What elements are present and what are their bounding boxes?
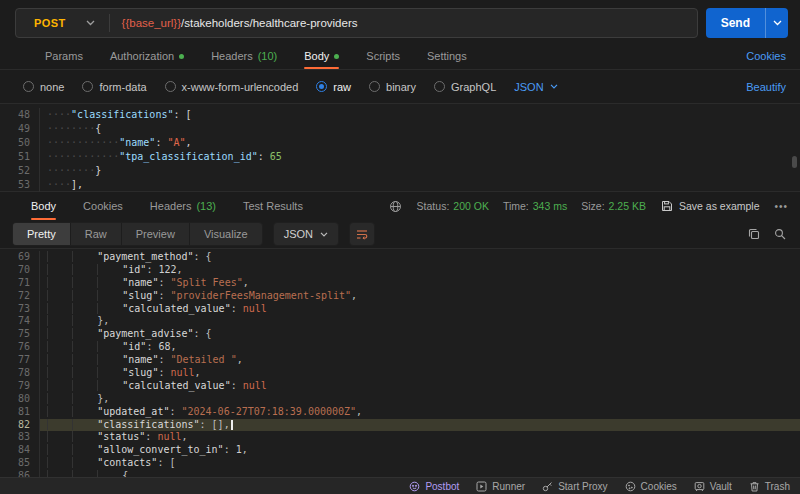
tab-label: Headers xyxy=(150,200,192,212)
token-p: : xyxy=(194,328,206,339)
response-language-selector[interactable]: JSON xyxy=(273,222,339,246)
tab-body[interactable]: Body xyxy=(31,192,56,220)
indent-guide xyxy=(72,367,97,378)
token-k: "payment_advise" xyxy=(97,328,193,339)
code-line-52[interactable]: 52········} xyxy=(0,164,800,178)
view-preview[interactable]: Preview xyxy=(122,223,190,245)
code-content: ····"classifications": [ xyxy=(40,108,800,122)
copy-icon[interactable] xyxy=(748,228,760,240)
indent-guide xyxy=(47,393,72,404)
footer-postbot[interactable]: Postbot xyxy=(409,481,459,492)
send-options-button[interactable] xyxy=(765,8,788,38)
scrollbar-thumb[interactable] xyxy=(792,156,797,168)
wrap-text-button[interactable] xyxy=(349,222,375,246)
indent-guide xyxy=(72,251,97,262)
tab-headers[interactable]: Headers(13) xyxy=(150,192,216,220)
network-globe-icon[interactable] xyxy=(389,200,402,213)
line-number: 78 xyxy=(0,367,40,380)
token-k: "contacts" xyxy=(97,457,157,468)
method-selector[interactable]: POST xyxy=(16,17,109,29)
radio-form-data[interactable]: form-data xyxy=(82,81,146,93)
code-content: "id": 122, xyxy=(40,264,800,277)
footer-trash[interactable]: Trash xyxy=(749,481,790,492)
cookies-link[interactable]: Cookies xyxy=(746,50,786,62)
indent-guide xyxy=(47,354,72,365)
code-content: "payment_advise": { xyxy=(40,328,800,341)
code-line-77[interactable]: 77 "name": "Detailed ", xyxy=(0,354,800,367)
code-line-73[interactable]: 73 "calculated_value": null xyxy=(0,303,800,316)
code-line-72[interactable]: 72 "slug": "providerFeesManagement-split… xyxy=(0,290,800,303)
footer-cookies[interactable]: Cookies xyxy=(625,481,677,492)
indent-guide xyxy=(97,367,122,378)
tab-label: Headers xyxy=(211,50,253,62)
indent-guide xyxy=(47,457,72,468)
token-p: ], xyxy=(71,179,83,190)
view-visualize[interactable]: Visualize xyxy=(190,223,262,245)
beautify-link[interactable]: Beautify xyxy=(746,81,786,93)
view-pretty[interactable]: Pretty xyxy=(13,223,71,245)
search-icon[interactable] xyxy=(774,228,786,240)
line-number: 82 xyxy=(0,419,40,432)
footer-runner[interactable]: Runner xyxy=(476,481,525,492)
code-line-84[interactable]: 84 "allow_convert_to_in": 1, xyxy=(0,444,800,457)
code-line-81[interactable]: 81 "updated_at": "2024-06-27T07:18:39.00… xyxy=(0,406,800,419)
code-line-49[interactable]: 49········{ xyxy=(0,122,800,136)
tab-test-results[interactable]: Test Results xyxy=(243,192,303,220)
save-as-example-button[interactable]: Save as example xyxy=(661,200,760,212)
token-k: "id" xyxy=(122,341,146,352)
more-options-icon[interactable]: ••• xyxy=(774,201,788,212)
token-k: "name" xyxy=(122,277,158,288)
radio-label: GraphQL xyxy=(451,81,496,93)
code-line-79[interactable]: 79 "calculated_value": null xyxy=(0,380,800,393)
code-line-74[interactable]: 74 }, xyxy=(0,315,800,328)
footer-start-proxy[interactable]: Start Proxy xyxy=(542,481,607,492)
view-raw[interactable]: Raw xyxy=(71,223,122,245)
response-code-lines: 69 "payment_method": {70 "id": 122,71 "n… xyxy=(0,251,800,483)
tab-params[interactable]: Params xyxy=(45,43,83,69)
tab-scripts[interactable]: Scripts xyxy=(366,43,400,69)
send-button[interactable]: Send xyxy=(706,8,765,38)
indent-guide xyxy=(97,277,122,288)
radio-graphql[interactable]: GraphQL xyxy=(434,81,496,93)
code-line-83[interactable]: 83 "status": null, xyxy=(0,431,800,444)
tab-body[interactable]: Body xyxy=(304,43,339,69)
url-input[interactable]: {{base_url}}/stakeholders/healthcare-pro… xyxy=(110,17,358,29)
radio-circle xyxy=(316,81,327,92)
tab-headers[interactable]: Headers(10) xyxy=(211,43,277,69)
token-k: "payment_method" xyxy=(97,251,193,262)
request-body-editor[interactable]: 48····"classifications": [49········{50·… xyxy=(0,103,800,192)
radio-x-www-form-urlencoded[interactable]: x-www-form-urlencoded xyxy=(165,81,299,93)
code-line-85[interactable]: 85 "contacts": [ xyxy=(0,457,800,470)
code-line-75[interactable]: 75 "payment_advise": { xyxy=(0,328,800,341)
language-selector[interactable]: JSON xyxy=(514,81,557,93)
token-p: : xyxy=(224,444,236,455)
token-p: , xyxy=(182,431,188,442)
radio-none[interactable]: none xyxy=(23,81,64,93)
code-line-82[interactable]: 82 "classifications": [], xyxy=(0,419,800,432)
stat-status: Status:200 OK xyxy=(417,200,489,212)
tab-settings[interactable]: Settings xyxy=(427,43,467,69)
code-line-48[interactable]: 48····"classifications": [ xyxy=(0,108,800,122)
token-p: : xyxy=(258,151,270,162)
code-line-71[interactable]: 71 "name": "Split Fees", xyxy=(0,277,800,290)
code-line-53[interactable]: 53····], xyxy=(0,178,800,192)
tab-cookies[interactable]: Cookies xyxy=(83,192,123,220)
code-content: "name": "Detailed ", xyxy=(40,354,800,367)
radio-raw[interactable]: raw xyxy=(316,81,351,93)
radio-binary[interactable]: binary xyxy=(369,81,416,93)
code-line-78[interactable]: 78 "slug": null, xyxy=(0,367,800,380)
tab-authorization[interactable]: Authorization xyxy=(110,43,184,69)
line-number: 70 xyxy=(0,264,40,277)
token-k: "allow_convert_to_in" xyxy=(97,444,223,455)
line-number: 75 xyxy=(0,328,40,341)
code-line-80[interactable]: 80 }, xyxy=(0,393,800,406)
response-body-editor[interactable]: 69 "payment_method": {70 "id": 122,71 "n… xyxy=(0,248,800,482)
code-line-50[interactable]: 50············"name": "A", xyxy=(0,136,800,150)
code-line-76[interactable]: 76 "id": 68, xyxy=(0,341,800,354)
token-n: 65 xyxy=(270,151,282,162)
code-line-51[interactable]: 51············"tpa_classification_id": 6… xyxy=(0,150,800,164)
code-line-69[interactable]: 69 "payment_method": { xyxy=(0,251,800,264)
footer-vault[interactable]: Vault xyxy=(694,481,732,492)
whitespace-dots: ···· xyxy=(47,109,71,120)
code-line-70[interactable]: 70 "id": 122, xyxy=(0,264,800,277)
